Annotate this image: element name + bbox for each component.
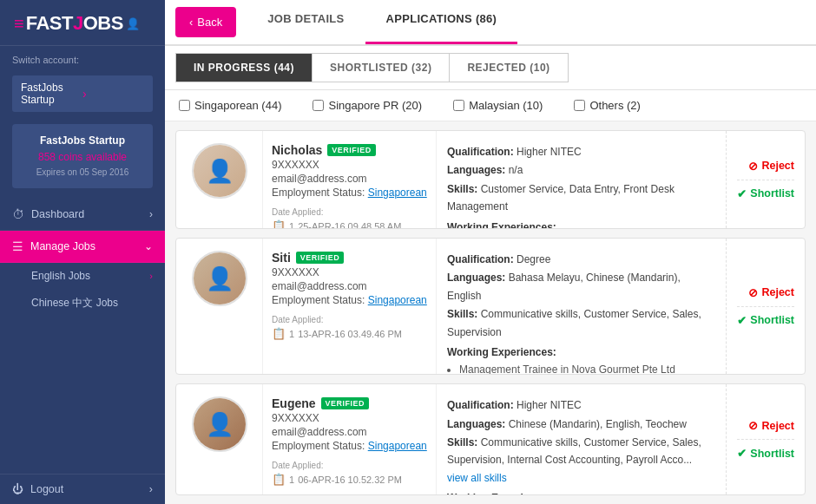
logo-icon: ≡ (14, 14, 24, 34)
applicant-avatar-section: 👤 (176, 384, 263, 494)
document-icon: 📋 (272, 219, 286, 229)
filter-malaysian[interactable]: Malaysian (10) (453, 99, 543, 112)
applicant-name: Eugene (272, 396, 316, 410)
date-meta: 📋 1 06-APR-16 10.52.32 PM (272, 473, 427, 486)
coins-available: 858 coins available (23, 149, 142, 166)
manage-jobs-icon: ☰ (12, 239, 23, 253)
avatar: 👤 (192, 251, 247, 306)
applicant-name: Siti (272, 251, 291, 265)
back-label: Back (197, 16, 222, 29)
account-info: FastJobs Startup 858 coins available Exp… (12, 124, 153, 188)
avatar: 👤 (192, 396, 247, 452)
tab-applications[interactable]: APPLICATIONS (86) (365, 0, 518, 44)
account-selector[interactable]: FastJobs Startup › (12, 75, 153, 112)
status-filterbar: IN PROGRESS (44) SHORTLISTED (32) REJECT… (165, 46, 816, 90)
employment-status: Employment Status: Singaporean (272, 294, 427, 306)
avatar-image: 👤 (194, 398, 246, 450)
action-divider (737, 439, 794, 440)
employment-status: Employment Status: Singaporean (272, 187, 427, 199)
company-name: FastJobs Startup (23, 133, 142, 149)
filter-in-progress[interactable]: IN PROGRESS (44) (175, 53, 313, 82)
document-icon: 📋 (272, 327, 286, 340)
list-item: Management Trainee in Nova Gourmet Pte L… (459, 361, 715, 375)
sidebar-item-chinese-jobs[interactable]: Chinese 中文 Jobs (9, 289, 165, 317)
sidebar-item-manage-jobs[interactable]: ☰ Manage Jobs ⌄ (0, 231, 165, 263)
sidebar-item-english-jobs[interactable]: English Jobs › (9, 263, 165, 289)
shortlist-button[interactable]: ✔ Shortlist (737, 314, 794, 327)
table-row: 👤 Siti VERIFIED 9XXXXXX email@address.co… (175, 238, 806, 375)
applicant-info: Eugene VERIFIED 9XXXXXX email@address.co… (263, 384, 437, 494)
applicant-info: Siti VERIFIED 9XXXXXX email@address.com … (263, 239, 437, 374)
date-meta: 📋 1 13-APR-16 03.49.46 PM (272, 327, 427, 340)
applicant-email: email@address.com (272, 426, 427, 438)
applicant-actions: ⊘ Reject ✔ Shortlist (726, 131, 805, 228)
reject-button[interactable]: ⊘ Reject (748, 160, 794, 173)
applicant-detail: Qualification: Degree Languages: Bahasa … (437, 239, 726, 374)
employment-status: Employment Status: Singaporean (272, 440, 427, 452)
filter-shortlisted[interactable]: SHORTLISTED (32) (313, 53, 450, 82)
singapore-pr-checkbox[interactable] (313, 100, 324, 111)
logo-text: FASTJOBS (26, 12, 123, 35)
dashboard-icon: ⏱ (12, 207, 24, 221)
skills-text: Communicative skills, Customer Service, … (447, 436, 701, 466)
shortlist-icon: ✔ (737, 314, 747, 327)
date-applied-label: Date Applied: (272, 207, 427, 217)
singaporean-checkbox[interactable] (179, 100, 190, 111)
applicant-avatar-section: 👤 (176, 131, 263, 228)
reject-icon: ⊘ (748, 286, 758, 299)
filter-rejected[interactable]: REJECTED (10) (450, 53, 568, 82)
avatar-image: 👤 (194, 145, 246, 197)
applicant-avatar-section: 👤 (176, 239, 263, 374)
table-row: 👤 Nicholas VERIFIED 9XXXXXX email@addres… (175, 130, 806, 229)
shortlist-button[interactable]: ✔ Shortlist (737, 187, 794, 200)
sidebar-item-dashboard[interactable]: ⏱ Dashboard › (0, 199, 165, 231)
account-name: FastJobs Startup (21, 82, 82, 106)
filter-others[interactable]: Others (2) (574, 99, 641, 112)
reject-button[interactable]: ⊘ Reject (748, 419, 794, 432)
shortlist-button[interactable]: ✔ Shortlist (737, 447, 794, 460)
logout-label: Logout (30, 483, 63, 495)
filter-singaporean[interactable]: Singaporean (44) (179, 99, 281, 112)
expires-date: Expires on 05 Sep 2016 (23, 166, 142, 180)
back-button[interactable]: ‹ Back (175, 7, 236, 37)
shortlist-icon: ✔ (737, 447, 747, 460)
others-checkbox[interactable] (574, 100, 585, 111)
applicant-name: Nicholas (272, 143, 322, 157)
account-chevron-icon: › (82, 87, 144, 101)
applicant-phone: 9XXXXXX (272, 159, 427, 171)
verified-badge: VERIFIED (321, 397, 370, 409)
reject-button[interactable]: ⊘ Reject (748, 286, 794, 299)
applicant-email: email@address.com (272, 173, 427, 185)
avatar: 👤 (192, 143, 247, 199)
date-value: 06-APR-16 10.52.32 PM (298, 475, 402, 485)
filter-singapore-pr[interactable]: Singapore PR (20) (313, 99, 422, 112)
applicant-actions: ⊘ Reject ✔ Shortlist (726, 239, 805, 374)
applicant-phone: 9XXXXXX (272, 412, 427, 424)
chevron-right-icon: › (149, 208, 153, 220)
table-row: 👤 Eugene VERIFIED 9XXXXXX email@address.… (175, 383, 806, 495)
nationality-filterbar: Singaporean (44) Singapore PR (20) Malay… (165, 90, 816, 121)
subnav: English Jobs › Chinese 中文 Jobs (0, 263, 165, 317)
date-meta: 📋 1 25-APR-16 09.48.58 AM (272, 219, 427, 229)
shortlist-icon: ✔ (737, 187, 747, 200)
back-arrow-icon: ‹ (189, 16, 193, 29)
subnav-item-label: Chinese 中文 Jobs (31, 296, 118, 311)
sidebar: ≡ FASTJOBS 👤 Switch account: FastJobs St… (0, 0, 165, 504)
main-content: ‹ Back JOB DETAILS APPLICATIONS (86) IN … (165, 0, 816, 504)
applicant-detail: Qualification: Higher NITEC Languages: n… (437, 131, 726, 228)
action-divider (737, 306, 794, 307)
date-value: 25-APR-16 09.48.58 AM (298, 221, 401, 230)
logout-button[interactable]: ⏻ Logout › (0, 474, 165, 504)
applicant-detail: Qualification: Higher NITEC Languages: C… (437, 384, 726, 494)
tab-job-details[interactable]: JOB DETAILS (247, 0, 365, 44)
date-applied-label: Date Applied: (272, 315, 427, 324)
topbar: ‹ Back JOB DETAILS APPLICATIONS (86) (165, 0, 816, 46)
reject-icon: ⊘ (748, 419, 758, 432)
view-all-skills-link[interactable]: view all skills (447, 472, 507, 484)
verified-badge: VERIFIED (296, 252, 345, 264)
subnav-item-label: English Jobs (31, 270, 90, 282)
sidebar-nav: ⏱ Dashboard › ☰ Manage Jobs ⌄ English Jo… (0, 199, 165, 474)
logout-icon: ⏻ (12, 483, 23, 495)
malaysian-checkbox[interactable] (453, 100, 464, 111)
sidebar-item-label: Dashboard (31, 208, 84, 220)
